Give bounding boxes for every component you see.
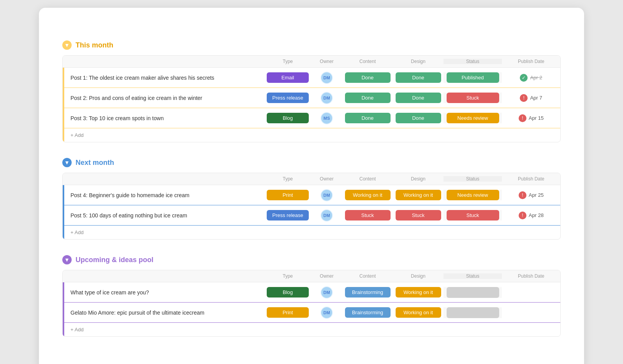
main-card: ▼ This month TypeOwnerContentDesignStatu… [39,8,584,364]
content-cell: Stuck [342,210,393,220]
design-cell: Done [393,72,443,83]
owner-cell: DM [311,72,342,84]
check-icon: ✓ [520,74,528,82]
section-title-next-month: Next month [76,159,114,167]
badge-print: Print [267,190,309,200]
design-cell: Working on it [393,287,443,298]
badge-working: Working on it [345,190,391,200]
table-row: Post 1: The oldest ice cream maker alive… [63,68,560,88]
publish-date-cell: !Apr 25 [502,191,560,199]
badge-done: Done [396,72,441,83]
col-post [63,273,264,279]
design-cell: Done [393,93,443,103]
col-status: Status [443,176,502,182]
add-row[interactable]: + Add [63,226,560,239]
table-this-month: TypeOwnerContentDesignStatusPublish Date… [62,55,561,142]
warn-icon: ! [519,114,526,122]
badge-press-release: Press release [267,93,309,103]
section-title-upcoming: Upcoming & ideas pool [76,256,153,264]
row-title: Post 2: Pros and cons of eating ice crea… [64,90,264,106]
content-cell: Brainstorming [342,307,393,318]
badge-working: Working on it [396,287,441,298]
section-next-month: ▼ Next month TypeOwnerContentDesignStatu… [62,158,561,240]
owner-cell: DM [311,92,342,104]
section-icon-next-month: ▼ [62,158,72,167]
row-title: Post 1: The oldest ice cream maker alive… [64,70,264,86]
section-upcoming: ▼ Upcoming & ideas pool TypeOwnerContent… [62,255,561,337]
publish-date: !Apr 28 [502,212,560,219]
publish-date: !Apr 25 [502,191,560,199]
warn-icon: ! [520,94,528,102]
owner-cell: DM [311,209,342,222]
design-cell: Done [393,113,443,123]
type-cell: Print [264,307,311,318]
design-cell: Stuck [393,210,443,220]
column-headers: TypeOwnerContentDesignStatusPublish Date [63,270,560,282]
publish-date: ✓Apr 2 [502,74,560,82]
table-row: Post 3: Top 10 ice cream spots in town B… [63,108,560,128]
content-cell: Done [342,72,393,83]
badge-done: Done [396,113,441,123]
status-cell: Published [443,72,502,83]
badge-brainstorming: Brainstorming [345,307,391,318]
type-cell: Print [264,190,311,200]
content-cell: Brainstorming [342,287,393,298]
table-row: Post 2: Pros and cons of eating ice crea… [63,88,560,108]
col-post [63,59,264,64]
design-cell: Working on it [393,307,443,318]
badge-blog: Blog [267,287,309,298]
owner-cell: MS [311,112,342,124]
type-cell: Email [264,72,311,83]
add-row[interactable]: + Add [63,323,560,336]
col-owner: Owner [311,59,342,64]
status-cell [443,307,502,318]
table-upcoming: TypeOwnerContentDesignStatusPublish Date… [62,270,561,337]
row-title: Post 4: Beginner's guide to homemade ice… [64,187,264,203]
badge-press-release: Press release [267,210,309,220]
badge-working: Working on it [396,190,441,200]
design-cell: Working on it [393,190,443,200]
row-title: Post 5: 100 days of eating nothing but i… [64,208,264,223]
badge-blog: Blog [267,113,309,123]
status-cell: Stuck [443,210,502,220]
type-cell: Press release [264,93,311,103]
avatar: DM [320,92,333,104]
status-cell: Stuck [443,93,502,103]
status-cell: Needs review [443,190,502,200]
col-type: Type [264,273,311,279]
column-headers: TypeOwnerContentDesignStatusPublish Date [63,56,560,68]
type-cell: Press release [264,210,311,220]
badge-brainstorming: Brainstorming [345,287,391,298]
type-cell: Blog [264,113,311,123]
table-next-month: TypeOwnerContentDesignStatusPublish Date… [62,173,561,240]
table-row: Post 5: 100 days of eating nothing but i… [63,205,560,226]
date-text: Apr 28 [529,212,544,218]
owner-cell: DM [311,189,342,201]
owner-cell: DM [311,286,342,299]
content-cell: Done [342,113,393,123]
row-title: What type of ice cream are you? [64,285,264,300]
publish-date-cell: !Apr 28 [502,212,560,219]
table-row: Post 4: Beginner's guide to homemade ice… [63,185,560,205]
table-row: What type of ice cream are you? Blog DM … [63,282,560,303]
date-text: Apr 7 [530,95,542,101]
owner-cell: DM [311,306,342,319]
col-content: Content [342,59,393,64]
avatar: DM [320,306,333,319]
badge-needs-review: Needs review [447,190,499,200]
column-headers: TypeOwnerContentDesignStatusPublish Date [63,173,560,185]
add-row[interactable]: + Add [63,128,560,142]
section-icon-upcoming: ▼ [62,255,72,264]
badge-done: Done [396,93,441,103]
badge-done: Done [345,113,391,123]
badge-print: Print [267,307,309,318]
date-text: Apr 15 [529,115,544,121]
col-owner: Owner [311,273,342,279]
avatar: MS [320,112,333,124]
publish-date-cell: !Apr 15 [502,114,560,122]
badge-working: Working on it [396,307,441,318]
avatar: DM [320,189,333,201]
col-publish-date: Publish Date [502,273,560,279]
col-design: Design [393,176,443,182]
badge-stuck: Stuck [396,210,441,220]
